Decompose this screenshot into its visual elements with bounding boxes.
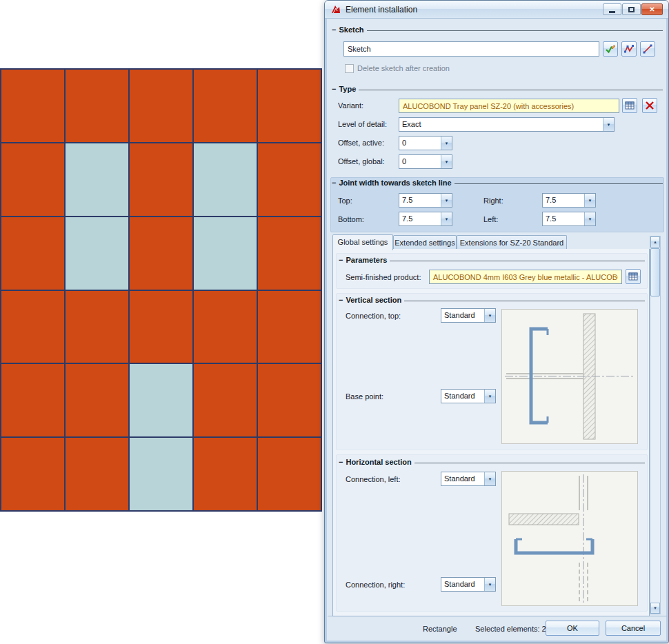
chevron-down-icon: ▼ [584,194,595,207]
panel-cell[interactable] [194,70,257,142]
product-input[interactable] [429,270,622,284]
panel-cell[interactable] [1,143,64,216]
panel-cell[interactable] [194,364,257,436]
selected-value: Exact [399,118,603,131]
panel-cell[interactable] [194,143,257,216]
joint-right-select[interactable]: 7.5 ▼ [542,193,596,208]
variant-delete-button[interactable] [642,98,657,113]
offset-global-select[interactable]: 0 ▼ [399,154,452,169]
line-icon [642,43,653,54]
selected-value: 0 [399,137,441,150]
divider [455,183,663,184]
panel-cell[interactable] [66,364,128,436]
delete-sketch-checkbox[interactable] [345,64,354,73]
panel-cell[interactable] [66,143,128,216]
variant-catalog-button[interactable] [622,98,637,113]
connection-right-select[interactable]: Standard ▼ [441,577,496,592]
panel-cell[interactable] [66,70,128,142]
sketch-polyline-button[interactable] [621,41,637,57]
panel-cell[interactable] [258,364,321,436]
group-title: Parameters [346,256,387,264]
sketch-edit-button[interactable] [603,41,618,57]
offset-active-select[interactable]: 0 ▼ [399,136,452,150]
vertical-section-header: − Vertical section [339,296,645,304]
tab-global-settings[interactable]: Global settings [332,234,393,250]
level-of-detail-select[interactable]: Exact ▼ [399,117,615,132]
close-button[interactable]: ✕ [641,3,663,15]
panel-cell[interactable] [1,438,64,510]
maximize-button[interactable] [622,3,641,15]
panel-cell[interactable] [130,438,192,510]
panel-grid [0,68,322,512]
group-title: Vertical section [346,296,401,304]
connection-left-select[interactable]: Standard ▼ [441,472,496,486]
panel-cell[interactable] [194,438,257,510]
scroll-thumb[interactable] [650,248,660,296]
cancel-button[interactable]: Cancel [606,621,661,636]
product-catalog-button[interactable] [626,269,641,284]
app-icon [330,4,341,15]
panel-cell[interactable] [130,291,192,363]
scroll-up-button[interactable]: ▲ [650,237,660,248]
joint-bottom-select[interactable]: 7.5 ▼ [399,212,452,226]
joint-left-label: Left: [483,215,498,223]
base-point-select[interactable]: Standard ▼ [441,389,496,403]
panel-cell[interactable] [1,291,64,363]
group-title: Joint width towards sketch line [339,179,451,187]
panel-cell[interactable] [1,70,64,142]
divider [367,30,663,31]
chevron-down-icon: ▼ [441,212,452,225]
collapse-icon[interactable]: − [332,179,336,186]
collapse-icon[interactable]: − [332,85,336,92]
ok-button[interactable]: OK [546,621,599,636]
chevron-down-icon: ▼ [584,212,595,225]
drawing-area[interactable] [0,0,324,644]
vertical-section-drawing [502,310,637,443]
variant-label: Variant: [338,101,363,110]
panel-cell[interactable] [258,143,321,216]
panel-cell[interactable] [130,364,192,436]
panel-cell[interactable] [258,70,321,142]
collapse-icon[interactable]: − [339,256,343,263]
panel-cell[interactable] [1,217,64,290]
panel-cell[interactable] [66,291,128,363]
panel-cell[interactable] [130,143,192,216]
delete-sketch-label: Delete sketch after creation [357,64,450,72]
panel-cell[interactable] [66,217,128,290]
minimize-button[interactable] [603,3,621,15]
selected-value: 7.5 [543,212,584,225]
scrollbar[interactable]: ▲ ▼ [650,236,661,614]
joint-top-select[interactable]: 7.5 ▼ [399,193,452,208]
tab-extensions-sz20[interactable]: Extensions for SZ-20 Standard [457,235,567,250]
offset-global-label: Offset, global: [338,157,385,165]
panel-cell[interactable] [66,438,128,510]
joint-left-select[interactable]: 7.5 ▼ [542,212,596,226]
selected-value: 0 [399,155,441,168]
chevron-down-icon: ▼ [484,472,495,485]
connection-top-select[interactable]: Standard ▼ [441,308,496,323]
panel-cell[interactable] [258,291,321,363]
tab-extended-settings[interactable]: Extended settings [393,235,457,250]
red-x-icon [644,100,655,111]
panel-cell[interactable] [1,364,64,436]
close-icon: ✕ [649,6,655,13]
joint-top-label: Top: [338,197,352,205]
collapse-icon[interactable]: − [339,296,343,303]
panel-cell[interactable] [258,217,321,290]
panel-cell[interactable] [194,217,257,290]
table-icon [624,100,635,111]
panel-cell[interactable] [194,291,257,363]
scroll-down-button[interactable]: ▼ [650,603,660,614]
panel-cell[interactable] [130,217,192,290]
connection-left-label: Connection, left: [346,475,401,483]
collapse-icon[interactable]: − [332,26,336,33]
horizontal-section-diagram [501,471,638,606]
variant-input[interactable] [399,99,619,113]
panel-cell[interactable] [258,438,321,510]
joint-bottom-label: Bottom: [338,215,364,223]
sketch-line-button[interactable] [640,41,655,57]
panel-cell[interactable] [130,70,192,142]
collapse-icon[interactable]: − [339,459,343,465]
sketch-input[interactable] [343,41,599,57]
title-bar[interactable]: Element installation ✕ [325,1,668,19]
